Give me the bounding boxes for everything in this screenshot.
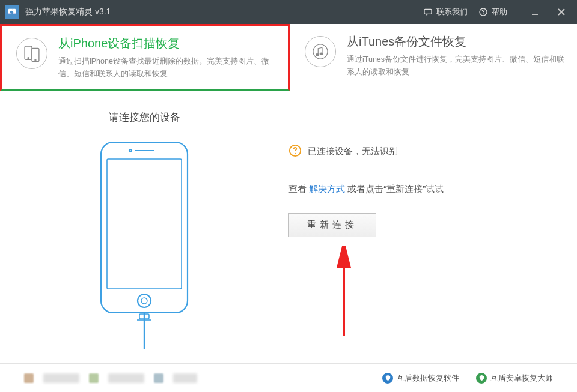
chat-icon [423, 7, 433, 17]
svg-point-4 [483, 14, 484, 14]
hint-pre: 查看 [288, 184, 309, 194]
music-note-icon [305, 36, 336, 67]
hint-row: 查看 解决方式 或者点击“重新连接”试试 [288, 184, 553, 195]
close-button[interactable] [551, 0, 572, 24]
svg-point-9 [28, 58, 29, 59]
main-content: 请连接您的设备 已连接设备，无法识别 查看 解决方式 或者点击“重新连接”试试 [0, 91, 577, 352]
footer-left-blurred [24, 373, 197, 383]
contact-label: 联系我们 [436, 7, 468, 17]
mode-itunes-backup[interactable]: 从iTunes备份文件恢复 通过iTunes备份文件进行恢复，完美支持图片、微信… [290, 24, 577, 91]
phone-pair-icon [16, 38, 47, 69]
mode-itunes-title: 从iTunes备份文件恢复 [347, 34, 565, 50]
svg-point-18 [141, 298, 147, 304]
mode-iphone-title: 从iPhone设备扫描恢复 [58, 35, 276, 52]
mode-selector: 从iPhone设备扫描恢复 通过扫描iPhone设备查找最近删除的数据。完美支持… [0, 24, 577, 91]
footer-link-data-recovery[interactable]: 互盾数据恢复软件 [382, 373, 459, 384]
contact-button[interactable]: 联系我们 [423, 7, 468, 17]
svg-point-13 [316, 54, 319, 56]
warning-icon [288, 144, 302, 160]
app-logo-icon [5, 5, 19, 19]
svg-rect-15 [101, 142, 188, 313]
status-text: 已连接设备，无法识别 [308, 146, 398, 157]
svg-point-12 [313, 44, 328, 59]
footer: 互盾数据恢复软件 互盾安卓恢复大师 [0, 363, 577, 392]
mode-itunes-desc: 通过iTunes备份文件进行恢复，完美支持图片、微信、短信和联系人的读取和恢复 [347, 53, 565, 79]
svg-rect-16 [107, 159, 182, 289]
footer-link2-label: 互盾安卓恢复大师 [490, 373, 553, 384]
app-title: 强力苹果恢复精灵 v3.1 [25, 7, 111, 17]
svg-rect-2 [424, 9, 432, 14]
help-icon [478, 7, 488, 17]
svg-point-23 [295, 152, 296, 154]
connect-prompt: 请连接您的设备 [24, 110, 264, 124]
help-button[interactable]: 帮助 [478, 7, 507, 17]
shield-green-icon [476, 373, 487, 384]
footer-link1-label: 互盾数据恢复软件 [397, 373, 459, 384]
svg-point-17 [138, 294, 151, 307]
mode-iphone-scan[interactable]: 从iPhone设备扫描恢复 通过扫描iPhone设备查找最近删除的数据。完美支持… [0, 24, 290, 91]
shield-blue-icon [382, 373, 393, 384]
mode-iphone-desc: 通过扫描iPhone设备查找最近删除的数据。完美支持图片、微信、短信和联系人的读… [58, 55, 276, 81]
phone-illustration [90, 140, 198, 352]
solution-link[interactable]: 解决方式 [309, 184, 345, 194]
footer-link-android-recovery[interactable]: 互盾安卓恢复大师 [476, 373, 553, 384]
retry-button[interactable]: 重新连接 [288, 213, 376, 237]
svg-point-20 [129, 149, 132, 152]
svg-point-11 [35, 59, 36, 61]
titlebar: 强力苹果恢复精灵 v3.1 联系我们 帮助 [0, 0, 577, 24]
help-label: 帮助 [492, 7, 507, 17]
minimize-button[interactable] [524, 0, 546, 24]
hint-post: 或者点击“重新连接”试试 [345, 184, 444, 194]
